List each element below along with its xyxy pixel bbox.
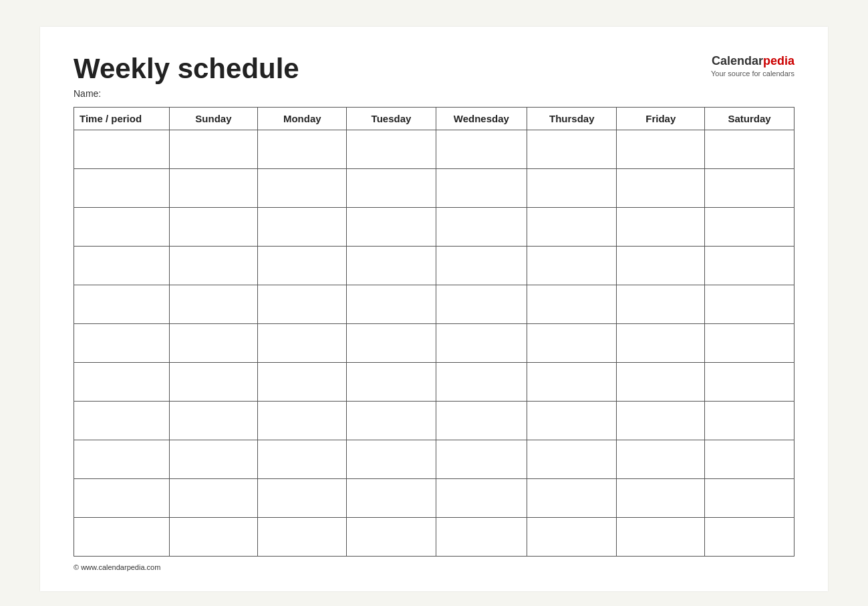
day-cell[interactable] <box>527 208 617 247</box>
day-cell[interactable] <box>258 402 347 440</box>
day-cell[interactable] <box>617 247 705 285</box>
time-cell[interactable] <box>74 208 170 247</box>
day-cell[interactable] <box>704 402 794 440</box>
day-cell[interactable] <box>258 130 347 169</box>
day-cell[interactable] <box>527 518 617 557</box>
day-cell[interactable] <box>436 169 527 208</box>
time-cell[interactable] <box>74 518 170 557</box>
time-cell[interactable] <box>74 440 170 479</box>
name-label: Name: <box>74 88 299 99</box>
day-cell[interactable] <box>704 479 794 518</box>
day-cell[interactable] <box>258 363 347 402</box>
table-row <box>74 169 794 208</box>
day-cell[interactable] <box>347 130 436 169</box>
time-cell[interactable] <box>74 479 170 518</box>
day-cell[interactable] <box>169 247 258 285</box>
time-cell[interactable] <box>74 285 170 324</box>
day-cell[interactable] <box>169 440 258 479</box>
day-cell[interactable] <box>347 247 436 285</box>
day-cell[interactable] <box>347 285 436 324</box>
day-cell[interactable] <box>527 402 617 440</box>
day-cell[interactable] <box>169 363 258 402</box>
day-cell[interactable] <box>527 324 617 363</box>
day-cell[interactable] <box>169 130 258 169</box>
col-header-sunday: Sunday <box>169 108 258 130</box>
logo-pedia: pedia <box>763 54 794 67</box>
day-cell[interactable] <box>436 285 527 324</box>
day-cell[interactable] <box>704 208 794 247</box>
footer-copyright: © www.calendarpedia.com <box>74 563 794 571</box>
day-cell[interactable] <box>258 324 347 363</box>
day-cell[interactable] <box>617 518 705 557</box>
day-cell[interactable] <box>704 130 794 169</box>
logo-calendar: Calendar <box>712 54 763 67</box>
day-cell[interactable] <box>258 169 347 208</box>
day-cell[interactable] <box>436 440 527 479</box>
logo-tagline: Your source for calendars <box>711 69 794 78</box>
day-cell[interactable] <box>347 479 436 518</box>
day-cell[interactable] <box>169 285 258 324</box>
day-cell[interactable] <box>258 479 347 518</box>
day-cell[interactable] <box>436 363 527 402</box>
day-cell[interactable] <box>527 479 617 518</box>
day-cell[interactable] <box>527 440 617 479</box>
day-cell[interactable] <box>436 402 527 440</box>
day-cell[interactable] <box>258 518 347 557</box>
day-cell[interactable] <box>169 169 258 208</box>
table-row <box>74 130 794 169</box>
day-cell[interactable] <box>436 479 527 518</box>
time-cell[interactable] <box>74 169 170 208</box>
day-cell[interactable] <box>436 130 527 169</box>
time-cell[interactable] <box>74 130 170 169</box>
day-cell[interactable] <box>436 324 527 363</box>
day-cell[interactable] <box>258 247 347 285</box>
time-cell[interactable] <box>74 363 170 402</box>
day-cell[interactable] <box>436 208 527 247</box>
time-cell[interactable] <box>74 402 170 440</box>
day-cell[interactable] <box>436 247 527 285</box>
day-cell[interactable] <box>436 518 527 557</box>
day-cell[interactable] <box>169 518 258 557</box>
time-cell[interactable] <box>74 247 170 285</box>
day-cell[interactable] <box>347 440 436 479</box>
day-cell[interactable] <box>347 363 436 402</box>
col-header-wednesday: Wednesday <box>436 108 527 130</box>
day-cell[interactable] <box>704 247 794 285</box>
day-cell[interactable] <box>617 208 705 247</box>
day-cell[interactable] <box>527 169 617 208</box>
day-cell[interactable] <box>169 402 258 440</box>
col-header-time: Time / period <box>74 108 170 130</box>
day-cell[interactable] <box>258 285 347 324</box>
day-cell[interactable] <box>169 324 258 363</box>
day-cell[interactable] <box>617 324 705 363</box>
day-cell[interactable] <box>617 363 705 402</box>
day-cell[interactable] <box>704 440 794 479</box>
day-cell[interactable] <box>617 440 705 479</box>
day-cell[interactable] <box>347 402 436 440</box>
day-cell[interactable] <box>527 247 617 285</box>
day-cell[interactable] <box>704 169 794 208</box>
day-cell[interactable] <box>527 285 617 324</box>
day-cell[interactable] <box>169 208 258 247</box>
day-cell[interactable] <box>169 479 258 518</box>
time-cell[interactable] <box>74 324 170 363</box>
day-cell[interactable] <box>617 402 705 440</box>
table-body <box>74 130 794 557</box>
day-cell[interactable] <box>617 285 705 324</box>
day-cell[interactable] <box>704 285 794 324</box>
day-cell[interactable] <box>617 169 705 208</box>
day-cell[interactable] <box>704 324 794 363</box>
day-cell[interactable] <box>704 518 794 557</box>
day-cell[interactable] <box>527 130 617 169</box>
day-cell[interactable] <box>347 208 436 247</box>
day-cell[interactable] <box>527 363 617 402</box>
day-cell[interactable] <box>617 479 705 518</box>
table-row <box>74 479 794 518</box>
day-cell[interactable] <box>347 169 436 208</box>
day-cell[interactable] <box>617 130 705 169</box>
day-cell[interactable] <box>704 363 794 402</box>
day-cell[interactable] <box>258 208 347 247</box>
day-cell[interactable] <box>347 518 436 557</box>
day-cell[interactable] <box>258 440 347 479</box>
day-cell[interactable] <box>347 324 436 363</box>
